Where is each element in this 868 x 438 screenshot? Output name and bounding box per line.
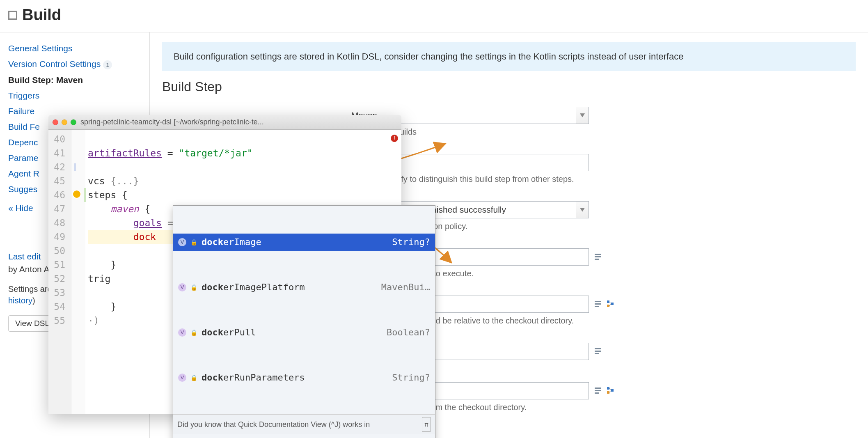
- svg-rect-6: [607, 300, 609, 303]
- svg-rect-15: [595, 390, 601, 391]
- svg-rect-7: [607, 305, 609, 307]
- svg-rect-3: [595, 301, 601, 302]
- autocomplete-item[interactable]: V 🔒 dockerImagePlatform MavenBui…: [173, 279, 435, 296]
- svg-line-20: [609, 388, 611, 390]
- ide-titlebar[interactable]: spring-petclinic-teamcity-dsl [~/work/sp…: [48, 115, 401, 130]
- svg-rect-16: [595, 392, 599, 394]
- variable-icon: V: [178, 374, 186, 382]
- vcs-icon[interactable]: [594, 386, 602, 394]
- svg-rect-5: [595, 306, 599, 307]
- svg-rect-4: [595, 303, 601, 305]
- svg-rect-14: [595, 388, 601, 389]
- error-badge-icon[interactable]: !: [391, 135, 398, 142]
- lock-icon: 🔒: [190, 326, 197, 339]
- sidebar-item-vcs[interactable]: Version Control Settings1: [8, 56, 149, 72]
- autocomplete-item[interactable]: V 🔒 dockerPull Boolean?: [173, 324, 435, 341]
- vcs-icon[interactable]: [594, 300, 602, 308]
- lock-icon: 🔒: [190, 371, 197, 385]
- breadcrumb-icon: [8, 11, 17, 20]
- svg-line-9: [609, 302, 611, 304]
- lock-icon: 🔒: [190, 280, 197, 294]
- svg-line-10: [609, 304, 611, 306]
- vcs-icon[interactable]: [594, 347, 602, 355]
- sidebar-item-general[interactable]: General Settings: [8, 41, 149, 56]
- svg-line-21: [609, 390, 611, 392]
- badge-count: 1: [103, 60, 112, 69]
- svg-rect-8: [611, 303, 614, 305]
- sidebar-item-triggers[interactable]: Triggers: [8, 88, 149, 103]
- svg-rect-12: [595, 351, 601, 352]
- lock-icon: 🔒: [190, 235, 197, 249]
- code-editor[interactable]: artifactRules = "target/*jar" vcs {...} …: [71, 130, 401, 414]
- autocomplete-item[interactable]: V 🔒 dockerRunParameters String?: [173, 369, 435, 386]
- svg-rect-2: [595, 259, 599, 260]
- info-banner: Build configuration settings are stored …: [162, 42, 856, 71]
- autocomplete-hint: Did you know that Quick Documentation Vi…: [173, 414, 435, 434]
- svg-rect-17: [607, 387, 609, 390]
- variable-icon: V: [178, 328, 186, 337]
- page-title: Build: [22, 6, 61, 24]
- svg-rect-1: [595, 256, 601, 257]
- svg-rect-13: [595, 353, 599, 354]
- label-runner: [162, 107, 339, 109]
- maximize-icon[interactable]: [71, 119, 76, 125]
- tree-picker-icon[interactable]: [606, 300, 614, 308]
- ide-editor-window: spring-petclinic-teamcity-dsl [~/work/sp…: [48, 115, 401, 414]
- svg-rect-0: [595, 254, 601, 255]
- autocomplete-popup: V 🔒 dockerImage String? V 🔒 dockerImageP…: [173, 205, 435, 438]
- close-icon[interactable]: [53, 119, 58, 125]
- section-heading: Build Step: [162, 79, 856, 94]
- sidebar-item-build-step[interactable]: Build Step: Maven: [8, 72, 149, 88]
- svg-rect-18: [607, 391, 609, 394]
- variable-icon: V: [178, 283, 186, 291]
- vcs-icon[interactable]: [594, 252, 602, 261]
- variable-icon: V: [178, 238, 186, 246]
- line-gutter: 40 41 42 45 46 47 48 49 50 51 52 53 54 5…: [48, 130, 71, 414]
- tree-picker-icon[interactable]: [606, 386, 614, 394]
- autocomplete-item[interactable]: V 🔒 dockerImage String?: [173, 234, 435, 251]
- chevron-down-icon[interactable]: [576, 201, 589, 218]
- ide-window-title: spring-petclinic-teamcity-dsl [~/work/sp…: [80, 118, 397, 126]
- chevron-down-icon[interactable]: [576, 107, 589, 124]
- svg-rect-19: [611, 389, 614, 392]
- svg-rect-11: [595, 348, 601, 349]
- runner-hint: Runs Maven builds: [347, 127, 856, 137]
- stepname-hint: Optional, specify to distinguish this bu…: [347, 174, 856, 184]
- pi-icon: π: [422, 417, 431, 432]
- minimize-icon[interactable]: [62, 119, 67, 125]
